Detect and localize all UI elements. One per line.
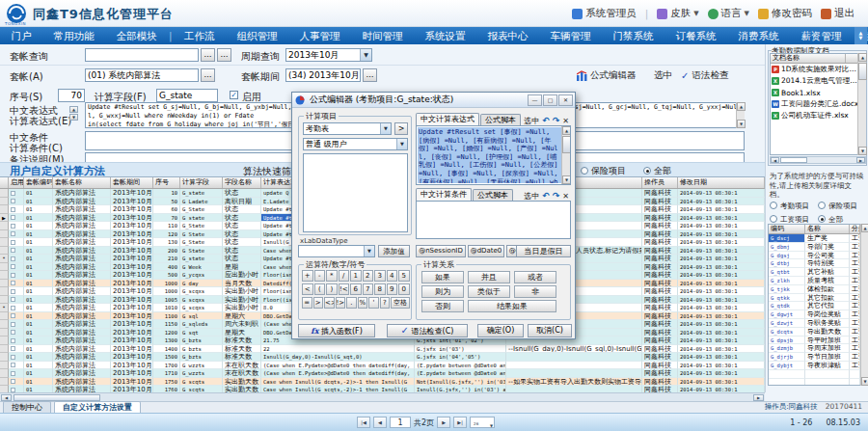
relation-button-如果[interactable]: 如果 xyxy=(421,271,464,283)
menu-item-5[interactable]: 人事管理 xyxy=(288,27,351,44)
keypad-button--[interactable]: - xyxy=(314,270,326,282)
enabled-checkbox[interactable] xyxy=(11,379,15,384)
menu-item-7[interactable]: 系统设置 xyxy=(414,27,476,44)
menu-scroll-arrows[interactable]: ▲▼ xyxy=(854,27,867,44)
salary-item-row[interactable]: G_djrjb导节日加班工资 xyxy=(769,353,866,362)
undo-icon2[interactable]: ↶ xyxy=(542,192,550,201)
period-query-select[interactable]: 2013年10月▼ xyxy=(285,48,372,62)
keypad-button-'[interactable]: ' xyxy=(368,297,379,309)
account-period-input[interactable]: (34) 2013年10月 xyxy=(285,68,361,82)
logout-button[interactable]: 退出 xyxy=(821,7,854,20)
tab-cn-condition[interactable]: 中文计算条件 xyxy=(416,188,472,201)
keypad-button-3[interactable]: 3 xyxy=(374,270,386,282)
enabled-checkbox[interactable] xyxy=(11,207,15,212)
clear-icon[interactable]: ✕ xyxy=(562,117,569,125)
enabled-checkbox[interactable] xyxy=(11,240,15,245)
column-header-2[interactable]: 套帐名称 xyxy=(53,177,111,188)
scroll-right-icon[interactable]: ▶ xyxy=(753,394,764,401)
table-row[interactable]: 01系统内部算法2013年10月1710G_wzzts末在职天数(Case wh… xyxy=(0,369,765,378)
salary-item-row[interactable]: G_dgwjt导岗位奖贴工资 xyxy=(769,310,866,319)
enabled-checkbox[interactable] xyxy=(11,297,15,302)
user-level-combo[interactable]: 普通 级用户▼ xyxy=(303,138,408,150)
file-item-4[interactable]: X公司机动车证件.xlsx xyxy=(771,110,865,121)
menu-item-0[interactable]: 门户 xyxy=(0,27,42,44)
relation-button-类似于[interactable]: 类似于 xyxy=(468,285,510,298)
tab-cn-expression[interactable]: 中文计算表达式 xyxy=(416,113,479,125)
cn-condition-box[interactable] xyxy=(416,201,571,239)
ok-button[interactable]: 确定(O) xyxy=(477,324,524,337)
keypad-button->[interactable]: > xyxy=(313,297,324,309)
next-page-button[interactable]: ▶ xyxy=(437,417,450,428)
sb-column-header-0[interactable]: 编码 xyxy=(769,225,805,233)
seq-input[interactable]: 70 xyxy=(58,89,85,102)
expr-box-scrollbar[interactable]: ▲▼ xyxy=(561,126,570,184)
salary-item-row[interactable]: G_qtdk其它代扣工资 xyxy=(769,302,866,310)
syntax-check-button[interactable]: ✓ 语法检查 xyxy=(681,69,728,82)
first-page-button[interactable]: |◀ xyxy=(357,417,370,428)
prev-page-button[interactable]: ◀ xyxy=(373,417,387,428)
doc-list-vscrollbar[interactable]: ▲▼ xyxy=(857,53,866,155)
sb-column-header-2[interactable]: 分类 xyxy=(850,225,860,233)
redo-icon[interactable]: ↷ xyxy=(553,117,560,125)
bottom-tab-0[interactable]: 控制中心 xyxy=(3,401,51,413)
file-item-1[interactable]: X2014.1云意电气管理… xyxy=(771,75,865,87)
enabled-checkbox[interactable] xyxy=(11,313,15,318)
keypad-button-空格[interactable]: 空格 xyxy=(391,297,410,309)
column-header-6[interactable]: 字段名称 xyxy=(223,177,261,188)
minimize-button[interactable]: — xyxy=(528,94,542,106)
enabled-checkbox[interactable] xyxy=(11,338,15,343)
salary-item-row[interactable]: G_dzmjb导周末加班工资 xyxy=(769,344,866,353)
salary-item-row[interactable]: G_tjkk体检扣款工资 xyxy=(769,285,866,294)
menu-item-9[interactable]: 车辆管理 xyxy=(539,27,602,44)
last-page-button[interactable]: ▶| xyxy=(453,417,467,428)
keypad-button-*[interactable]: * xyxy=(326,270,338,282)
table-row[interactable]: 01系统内部算法2013年10月1700G_wzzts末在职天数(Case wh… xyxy=(0,362,765,370)
calc-field-input[interactable]: G_state xyxy=(156,89,218,102)
enabled-checkbox[interactable] xyxy=(11,289,15,294)
add-value-button[interactable]: 添加值 xyxy=(378,245,410,257)
enabled-checkbox[interactable] xyxy=(11,199,15,203)
salary-item-row[interactable]: G_dpsjb导平时加班工资 xyxy=(769,337,866,345)
enabled-checkbox[interactable] xyxy=(11,273,15,278)
keypad-button-=[interactable]: = xyxy=(302,297,312,309)
file-item-3[interactable]: W工资问题分类汇总.docx xyxy=(771,98,865,110)
expr-scrollbar[interactable]: ▲▼ xyxy=(736,102,745,128)
redo-icon2[interactable]: ↷ xyxy=(553,192,560,201)
account-browse-button[interactable]: … xyxy=(201,68,215,82)
keypad-button-?[interactable]: ? xyxy=(380,297,391,309)
bottom-tab-1[interactable]: 自定义计算方法设置 xyxy=(54,401,141,413)
column-header-5[interactable]: 计算字段 xyxy=(180,177,223,188)
relation-button-否则[interactable]: 否则 xyxy=(421,300,464,312)
column-header-10[interactable]: 操作员 xyxy=(642,177,678,188)
cancel-button[interactable]: 取消(C) xyxy=(528,324,572,337)
keypad-button-([interactable]: ( xyxy=(314,283,326,295)
enabled-checkbox[interactable] xyxy=(11,346,15,351)
table-row[interactable]: 01系统内部算法2013年10月1500G_bzts标准天数Isnull(G_d… xyxy=(0,353,765,362)
menu-item-6[interactable]: 时间管理 xyxy=(351,27,414,44)
page-size-select[interactable]: 26▼ xyxy=(470,417,495,428)
salary-item-row[interactable]: G_dscj生产奖工资 xyxy=(769,234,866,243)
keypad-button-8[interactable]: 8 xyxy=(374,283,386,295)
sb-column-header-1[interactable]: 名称 xyxy=(805,225,850,233)
keypad-button-+[interactable]: + xyxy=(302,270,313,282)
insert-function-button[interactable]: fx 插入函数(F) xyxy=(298,324,375,337)
account-period-browse-button[interactable]: … xyxy=(363,68,377,82)
keypad-button-1[interactable]: 1 xyxy=(350,270,362,282)
enabled-checkbox[interactable] xyxy=(11,191,15,196)
menu-item-10[interactable]: 门禁系统 xyxy=(602,27,665,44)
menu-item-3[interactable]: 工作流 xyxy=(174,27,227,44)
change-password-button[interactable]: 修改密码 xyxy=(758,7,812,20)
formula-editor-button[interactable]: 公式编辑器 xyxy=(577,69,637,82)
enabled-checkbox[interactable] xyxy=(11,231,15,236)
cn-expression-box[interactable]: Update #tResult set [事假] =Null, [病假] =Nu… xyxy=(416,125,571,185)
enabled-checkbox[interactable] xyxy=(11,322,15,327)
salary-item-row[interactable]: G_dtbj导特别奖工资 xyxy=(769,259,866,268)
salary-item-row[interactable]: G_dcqts导出勤天数工资 xyxy=(769,328,866,337)
enabled-checkbox[interactable] xyxy=(11,330,15,335)
page-number-input[interactable]: 1 xyxy=(390,417,411,428)
menu-item-12[interactable]: 消费系统 xyxy=(727,27,790,44)
more-items-button[interactable]: > xyxy=(394,122,408,135)
relation-button-非[interactable]: 非 xyxy=(514,285,556,298)
field-listbox[interactable] xyxy=(303,153,408,232)
datatype-combo[interactable]: ▼ xyxy=(298,245,375,257)
